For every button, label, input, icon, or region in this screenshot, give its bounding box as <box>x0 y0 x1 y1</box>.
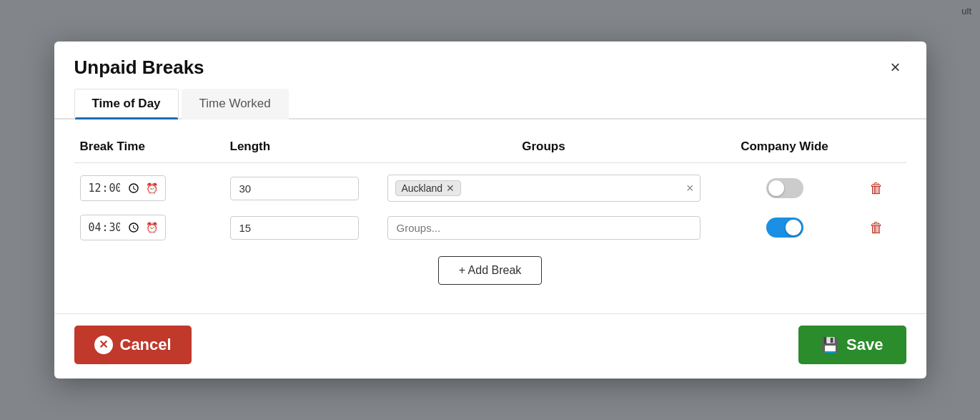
tab-time-worked[interactable]: Time Worked <box>182 89 289 119</box>
cell-length-2 <box>224 213 382 243</box>
header-groups: Groups <box>382 137 706 157</box>
cell-break-time-2: ⏰ <box>74 212 224 243</box>
add-break-button[interactable]: + Add Break <box>438 256 543 285</box>
header-company-wide: Company Wide <box>706 137 863 157</box>
toggle-track-2 <box>766 218 803 238</box>
cell-delete-1: 🗑 <box>863 177 906 200</box>
cell-break-time-1: ⏰ <box>74 172 224 204</box>
group-tag-remove-auckland[interactable]: ✕ <box>446 183 455 193</box>
group-tag-label: Auckland <box>402 182 443 194</box>
modal-overlay: Unpaid Breaks × Time of Day Time Worked … <box>0 0 980 420</box>
length-input-1[interactable] <box>230 177 359 200</box>
company-wide-toggle-2[interactable] <box>766 218 803 238</box>
modal-dialog: Unpaid Breaks × Time of Day Time Worked … <box>54 41 926 379</box>
table-headers: Break Time Length Groups Company Wide <box>74 137 906 163</box>
delete-row-button-2[interactable]: 🗑 <box>869 220 884 236</box>
save-floppy-icon: 💾 <box>821 336 839 353</box>
cell-delete-2: 🗑 <box>863 217 906 239</box>
toggle-thumb-2 <box>786 220 801 235</box>
header-actions <box>863 137 906 157</box>
toggle-track-1 <box>766 178 803 198</box>
modal-header: Unpaid Breaks × <box>54 41 926 79</box>
header-length: Length <box>224 137 382 157</box>
save-button[interactable]: 💾 Save <box>798 326 906 364</box>
modal-close-button[interactable]: × <box>884 56 906 79</box>
add-break-row: + Add Break <box>74 256 906 285</box>
cancel-button[interactable]: ✕ Cancel <box>74 326 192 364</box>
modal-footer: ✕ Cancel 💾 Save <box>54 313 926 379</box>
length-input-2[interactable] <box>230 216 359 240</box>
cell-groups-2 <box>382 213 706 243</box>
save-label: Save <box>846 336 883 354</box>
delete-row-button-1[interactable]: 🗑 <box>869 180 884 197</box>
modal-body: Break Time Length Groups Company Wide ⏰ <box>54 119 926 308</box>
modal-tabs: Time of Day Time Worked <box>54 79 926 119</box>
groups-container-1[interactable]: Auckland ✕ × <box>387 175 701 202</box>
group-tag-auckland: Auckland ✕ <box>395 180 462 196</box>
cell-length-1 <box>224 174 382 203</box>
time-input-wrapper-2: ⏰ <box>80 215 166 240</box>
clock-icon-2: ⏰ <box>146 222 158 233</box>
groups-input-2[interactable] <box>387 216 701 240</box>
cell-groups-1: Auckland ✕ × <box>382 172 706 205</box>
cell-company-wide-1 <box>706 175 863 201</box>
cell-company-wide-2 <box>706 215 863 240</box>
modal-title: Unpaid Breaks <box>74 57 204 79</box>
groups-clear-button-1[interactable]: × <box>686 181 694 196</box>
cancel-label: Cancel <box>120 336 172 354</box>
table-row: ⏰ Auckland ✕ × <box>74 172 906 205</box>
company-wide-toggle-1[interactable] <box>766 178 803 198</box>
tab-time-of-day[interactable]: Time of Day <box>74 89 179 119</box>
table-row: ⏰ 🗑 <box>74 212 906 243</box>
header-break-time: Break Time <box>74 137 224 157</box>
time-input-wrapper-1: ⏰ <box>80 175 166 201</box>
cancel-circle-icon: ✕ <box>94 336 113 354</box>
clock-icon-1: ⏰ <box>146 182 158 194</box>
break-time-input-2[interactable] <box>88 220 142 235</box>
toggle-thumb-1 <box>768 180 784 196</box>
break-time-input-1[interactable] <box>88 180 142 196</box>
